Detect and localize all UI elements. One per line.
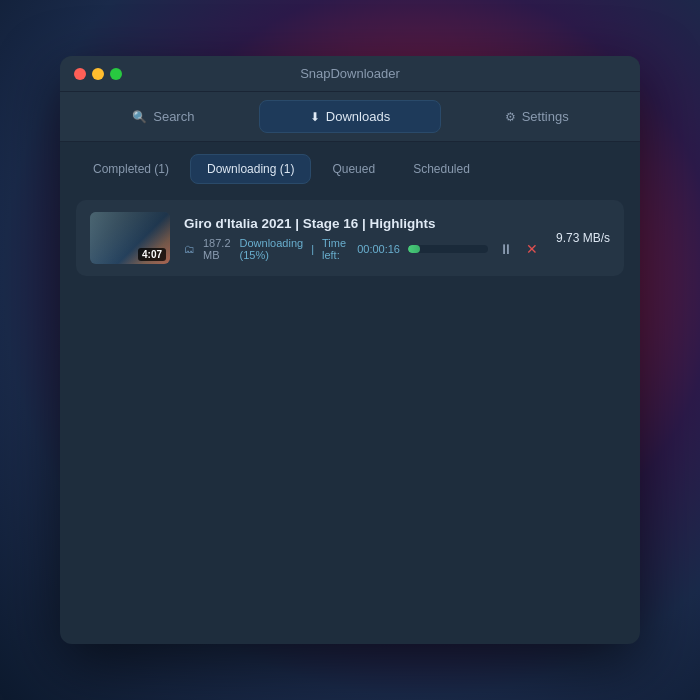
tab-downloads[interactable]: ⬇ Downloads [259,100,442,133]
nav-tabs: 🔍 Search ⬇ Downloads ⚙ Settings [60,92,640,142]
tab-downloads-label: Downloads [326,109,390,124]
minimize-button[interactable] [92,68,104,80]
download-item: 4:07 Giro d'Italia 2021 | Stage 16 | Hig… [76,200,624,276]
download-meta: 🗂 187.2 MB Downloading (15%) | Time left… [184,237,542,261]
progress-bar [408,245,488,253]
app-window: SnapDownloader 🔍 Search ⬇ Downloads ⚙ Se… [60,56,640,644]
download-controls: ⏸ ✕ [496,239,542,259]
time-left-value: 00:00:16 [357,243,400,255]
download-speed: 9.73 MB/s [556,231,610,245]
subtab-queued[interactable]: Queued [315,154,392,184]
title-bar: SnapDownloader [60,56,640,92]
separator: | [311,243,314,255]
pause-button[interactable]: ⏸ [496,239,516,259]
subtab-scheduled[interactable]: Scheduled [396,154,487,184]
maximize-button[interactable] [110,68,122,80]
content-area: 4:07 Giro d'Italia 2021 | Stage 16 | Hig… [60,184,640,644]
time-left-label: Time left: [322,237,349,261]
download-title: Giro d'Italia 2021 | Stage 16 | Highligh… [184,216,542,231]
video-duration: 4:07 [138,248,166,261]
tab-search[interactable]: 🔍 Search [72,100,255,133]
download-info: Giro d'Italia 2021 | Stage 16 | Highligh… [184,216,542,261]
download-icon: ⬇ [310,110,320,124]
search-icon: 🔍 [132,110,147,124]
file-size: 187.2 MB [203,237,232,261]
file-icon: 🗂 [184,243,195,255]
tab-search-label: Search [153,109,194,124]
subtab-downloading[interactable]: Downloading (1) [190,154,311,184]
app-title: SnapDownloader [300,66,400,81]
settings-icon: ⚙ [505,110,516,124]
close-button[interactable] [74,68,86,80]
tab-settings-label: Settings [522,109,569,124]
progress-bar-fill [408,245,420,253]
cancel-button[interactable]: ✕ [522,239,542,259]
sub-tabs: Completed (1) Downloading (1) Queued Sch… [60,142,640,184]
download-status: Downloading (15%) [240,237,304,261]
tab-settings[interactable]: ⚙ Settings [445,100,628,133]
video-thumbnail: 4:07 [90,212,170,264]
subtab-completed[interactable]: Completed (1) [76,154,186,184]
traffic-lights [74,68,122,80]
